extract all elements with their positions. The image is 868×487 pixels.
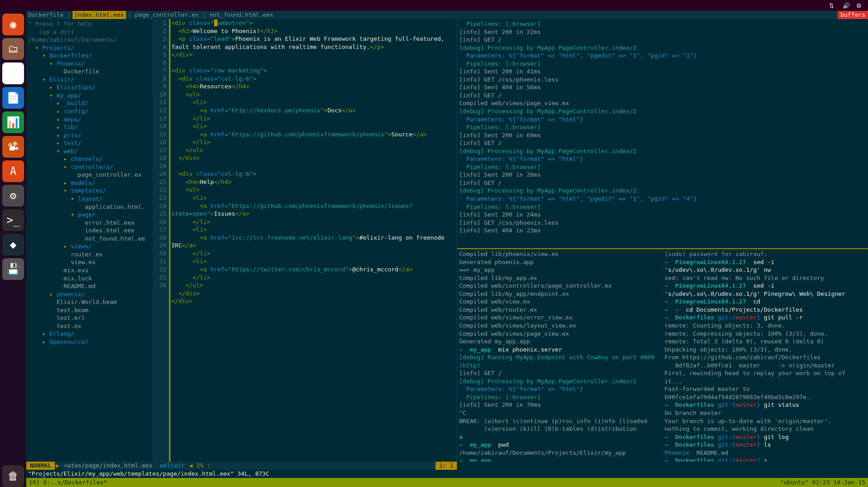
- tree-dir[interactable]: ▾ controllers/: [28, 163, 151, 171]
- tree-dir[interactable]: ▸ config/: [28, 107, 151, 116]
- terminal-line: → my_app pwd: [459, 441, 660, 449]
- launcher-files[interactable]: 🗂: [2, 38, 24, 60]
- buffer-tab[interactable]: index.html.eex: [73, 11, 126, 19]
- buffer-tab[interactable]: Dockerfile: [26, 11, 65, 19]
- workspace: Dockerfile | index.html.eex | page_contr…: [26, 11, 868, 487]
- terminal-line: Compiled web/router.ex: [459, 306, 660, 314]
- tree-file[interactable]: test.ex: [28, 322, 151, 330]
- terminal-line: [debug] Processing by MyApp.PageControll…: [459, 187, 866, 195]
- tree-file[interactable]: Dockerfile: [28, 68, 151, 76]
- editor-pane[interactable]: 1234567891011121314151617181920212223242…: [153, 19, 457, 462]
- terminal-line: [info] GET /css/phoenix.less: [459, 76, 866, 84]
- tree-file[interactable]: error.html.eex: [28, 219, 151, 227]
- tree-dir[interactable]: ▸ _build/: [28, 99, 151, 107]
- terminal-line: → Dockerfiles git:(master) ls: [664, 441, 866, 449]
- tree-dir[interactable]: ▸ channels/: [28, 155, 151, 163]
- terminal-line: remote: Counting objects: 3, done.: [664, 322, 866, 330]
- terminal-line: Compiled lib/my_app/endpoint.ex: [459, 290, 660, 298]
- terminal-line: → PinegrowLinux64.1.27 sed -i 's/udev\.s…: [664, 282, 866, 298]
- terminal-line: [info] GET /: [459, 92, 866, 100]
- tree-file[interactable]: application.html.: [28, 203, 151, 211]
- launcher-writer[interactable]: 📄: [2, 87, 24, 109]
- terminal-line: [info] GET /: [459, 179, 866, 187]
- tree-file[interactable]: README.md: [28, 282, 151, 290]
- terminal-line: → PinegrowLinux64.1.27 sed -i 's/udev\.s…: [664, 258, 866, 274]
- terminal-line: remote: Compressing objects: 100% (3/3),…: [664, 330, 866, 338]
- tree-dir[interactable]: ▾ templates/: [28, 187, 151, 195]
- terminal-line: Compiled web/views/page_view.ex: [459, 330, 660, 338]
- ubuntu-launcher: ◉🗂◐📄📊📽A⚙>_◆💾🗑: [0, 11, 26, 487]
- terminal-server-log[interactable]: Pipelines: [:browser][info] Sent 200 in …: [457, 19, 868, 249]
- tree-file[interactable]: test.erl: [28, 314, 151, 322]
- nerdtree-pane[interactable]: " Press ? for help.. (up a dir)/home/zab…: [26, 19, 153, 462]
- tree-dir[interactable]: ▾ page/: [28, 211, 151, 219]
- vim-tabline: Dockerfile | index.html.eex | page_contr…: [26, 11, 868, 19]
- terminal-shell[interactable]: [sudo] password for zabirauf:→ PinegrowL…: [663, 249, 868, 462]
- terminal-line: [debug] Running MyApp.Endpoint with Cowb…: [459, 353, 660, 369]
- buffers-indicator[interactable]: buffers: [838, 11, 868, 19]
- tree-dir[interactable]: ▸ ElixirSips/: [28, 83, 151, 92]
- tree-dir[interactable]: ▸ phoenix/: [28, 290, 151, 299]
- tree-file[interactable]: index.html.eex: [28, 227, 151, 235]
- launcher-trash[interactable]: 🗑: [2, 465, 24, 487]
- tree-dir[interactable]: ▸ models/: [28, 179, 151, 187]
- tree-dir[interactable]: ▾ web/: [28, 147, 151, 155]
- tree-file[interactable]: test.beam: [28, 306, 151, 314]
- tree-file[interactable]: Elixir.World.beam: [28, 298, 151, 306]
- tree-dir[interactable]: ▾ Dockerfiles/: [28, 52, 151, 60]
- tmux-session[interactable]: [0] 0:..s/Dockerfiles*: [29, 478, 107, 487]
- launcher-settings[interactable]: ⚙: [2, 185, 24, 207]
- right-terminal-column: Pipelines: [:browser][info] Sent 200 in …: [457, 19, 868, 462]
- gear-icon[interactable]: ⚙: [856, 2, 863, 9]
- volume-icon[interactable]: 🔊: [843, 2, 850, 9]
- tree-file[interactable]: page_controller.ex: [28, 171, 151, 179]
- tree-dir[interactable]: ▾ Elixir/: [28, 76, 151, 84]
- terminal-line: → my_app mix phoenix.server: [459, 346, 660, 354]
- launcher-ubuntu-dash[interactable]: ◉: [2, 14, 24, 35]
- buffer-tab[interactable]: page_controller.ex: [133, 11, 201, 19]
- terminal-line: [debug] Processing by MyApp.PageControll…: [459, 377, 660, 386]
- tree-dir[interactable]: ▸ lib/: [28, 123, 151, 131]
- launcher-calc[interactable]: 📊: [2, 111, 24, 133]
- terminal-line: On branch master: [664, 409, 866, 417]
- terminal-line: Compiled lib/my_app.ex: [459, 274, 660, 282]
- tmux-statusbar: [0] 0:..s/Dockerfiles* "ubuntu" 01:23 14…: [26, 478, 868, 487]
- tree-dir[interactable]: ▸ Opensource/: [28, 338, 151, 346]
- tree-file[interactable]: router.ex: [28, 251, 151, 259]
- launcher-chrome[interactable]: ◐: [2, 63, 24, 84]
- launcher-terminal[interactable]: >_: [2, 209, 24, 231]
- terminal-line: Unpacking objects: 100% (3/3), done.: [664, 346, 866, 354]
- network-icon[interactable]: ⇅: [829, 2, 836, 9]
- launcher-impress[interactable]: 📽: [2, 136, 24, 158]
- tree-dir[interactable]: ▾ my_app/: [28, 92, 151, 100]
- terminal-line: From https://github.com/zabirauf/Dockerf…: [664, 353, 866, 362]
- terminal-line: → Dockerfiles git:(master) git log: [664, 433, 866, 441]
- launcher-save[interactable]: 💾: [2, 258, 24, 280]
- terminal-line: Pipelines: [:browser]: [459, 203, 866, 211]
- tree-file[interactable]: not_found.html.ee: [28, 235, 151, 243]
- terminal-line: Your branch is up-to-date with 'origin/m…: [664, 417, 866, 425]
- tree-dir[interactable]: ▸ views/: [28, 242, 151, 251]
- code-area[interactable]: <div class="jumbotron"> <h2>Welcome to P…: [170, 19, 456, 462]
- tree-dir[interactable]: ▾ Projects/: [28, 44, 151, 52]
- tree-dir[interactable]: ▾ Phoenix/: [28, 60, 151, 68]
- launcher-ubuntu-software[interactable]: A: [2, 160, 24, 182]
- terminal-line: a: [459, 433, 660, 441]
- terminal-line: Parameters: %{"format" => "html"}: [459, 116, 866, 124]
- tree-dir[interactable]: ▾ layout/: [28, 195, 151, 203]
- terminal-line: ==> my_app: [459, 266, 660, 274]
- tree-file[interactable]: mix.lock: [28, 275, 151, 283]
- terminal-line: Pipelines: [:browser]: [459, 60, 866, 68]
- terminal-line: Pipelines: [:browser]: [459, 20, 866, 28]
- tree-dir[interactable]: ▸ Erlang/: [28, 330, 151, 338]
- terminal-line: → my_app: [459, 457, 660, 462]
- tree-dir[interactable]: ▸ deps/: [28, 116, 151, 124]
- buffer-tab[interactable]: not_found.html.eex: [208, 11, 275, 19]
- tree-dir[interactable]: ▸ priv/: [28, 131, 151, 140]
- tree-dir[interactable]: ▸ test/: [28, 139, 151, 147]
- tree-file[interactable]: mix.exs: [28, 266, 151, 275]
- launcher-app-dark[interactable]: ◆: [2, 234, 24, 256]
- terminal-line: Compiled web/controllers/page_controller…: [459, 282, 660, 290]
- tree-file[interactable]: view.ex: [28, 258, 151, 266]
- terminal-mix[interactable]: Compiled lib/phoenix/view.exGenerated ph…: [457, 249, 663, 462]
